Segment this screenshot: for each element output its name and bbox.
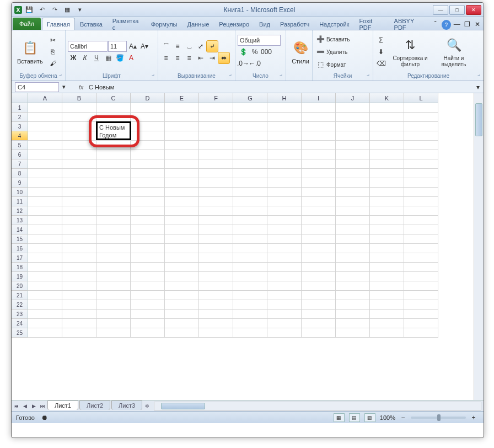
cell-J16[interactable] [336, 244, 370, 253]
cell-B8[interactable] [62, 169, 96, 178]
row-header-24[interactable]: 24 [12, 319, 28, 328]
cell-E7[interactable] [165, 159, 199, 169]
tab-insert[interactable]: Вставка [75, 18, 108, 30]
cell-I6[interactable] [302, 150, 336, 159]
cell-B7[interactable] [62, 159, 96, 169]
cell-K16[interactable] [370, 244, 404, 253]
cell-A12[interactable] [28, 206, 62, 216]
cell-E1[interactable] [165, 103, 199, 113]
cut-icon[interactable]: ✂ [47, 35, 58, 46]
cell-F11[interactable] [199, 197, 233, 206]
cell-B25[interactable] [62, 328, 96, 338]
cell-J4[interactable] [336, 131, 370, 141]
cell-J1[interactable] [336, 103, 370, 113]
cell-K17[interactable] [370, 253, 404, 263]
cell-B3[interactable] [62, 122, 96, 131]
namebox-dropdown-icon[interactable]: ▾ [62, 83, 66, 90]
cell-L9[interactable] [404, 178, 438, 188]
tab-review[interactable]: Рецензиро [214, 18, 254, 30]
cell-H25[interactable] [267, 328, 302, 338]
sheet-tab-1[interactable]: Лист1 [47, 401, 78, 410]
cell-I23[interactable] [302, 310, 336, 319]
maximize-button[interactable]: □ [449, 5, 465, 15]
cell-I25[interactable] [302, 328, 336, 338]
formula-input[interactable]: С Новым [85, 84, 472, 90]
autosum-icon[interactable]: Σ [375, 35, 386, 46]
help-icon[interactable]: ? [442, 20, 451, 30]
col-header-A[interactable]: A [28, 93, 62, 103]
cell-J9[interactable] [336, 178, 370, 188]
cell-I24[interactable] [302, 319, 336, 328]
cell-B16[interactable] [62, 244, 96, 253]
cell-F13[interactable] [199, 216, 233, 225]
doc-close[interactable]: ✕ [472, 19, 482, 30]
cell-B11[interactable] [62, 197, 96, 206]
cell-G14[interactable] [233, 225, 267, 234]
bold-button[interactable]: Ж [68, 52, 79, 63]
name-box[interactable]: C4 [15, 82, 59, 92]
view-layout-icon[interactable]: ▤ [349, 413, 360, 422]
tab-formulas[interactable]: Формулы [146, 18, 182, 30]
cell-E14[interactable] [165, 225, 199, 234]
cell-D8[interactable] [131, 169, 165, 178]
cell-A25[interactable] [28, 328, 62, 338]
cell-K8[interactable] [370, 169, 404, 178]
cell-E25[interactable] [165, 328, 199, 338]
cell-D24[interactable] [131, 319, 165, 328]
cell-F12[interactable] [199, 206, 233, 216]
qat-new[interactable]: ▦ [61, 4, 73, 15]
cell-F22[interactable] [199, 300, 233, 310]
tab-file[interactable]: Файл [13, 18, 41, 30]
cell-F8[interactable] [199, 169, 233, 178]
cell-C7[interactable] [96, 159, 131, 169]
cell-B18[interactable] [62, 263, 96, 272]
cell-A22[interactable] [28, 300, 62, 310]
cell-D12[interactable] [131, 206, 165, 216]
col-header-B[interactable]: B [62, 93, 96, 103]
cell-F20[interactable] [199, 281, 233, 291]
row-header-10[interactable]: 10 [12, 188, 28, 197]
row-header-9[interactable]: 9 [12, 178, 28, 188]
insert-cells-label[interactable]: Вставить [326, 36, 350, 42]
cell-C2[interactable] [96, 113, 131, 122]
col-header-J[interactable]: J [336, 93, 370, 103]
row-header-18[interactable]: 18 [12, 263, 28, 272]
cell-G7[interactable] [233, 159, 267, 169]
cell-H22[interactable] [267, 300, 302, 310]
cell-J13[interactable] [336, 216, 370, 225]
cell-J25[interactable] [336, 328, 370, 338]
cell-L14[interactable] [404, 225, 438, 234]
cell-L4[interactable] [404, 131, 438, 141]
wrap-text-button[interactable]: ⤶ [207, 41, 218, 52]
indent-inc-icon[interactable]: ⇥ [207, 52, 218, 63]
cell-L7[interactable] [404, 159, 438, 169]
cell-B9[interactable] [62, 178, 96, 188]
cell-H1[interactable] [267, 103, 302, 113]
cell-A5[interactable] [28, 141, 62, 150]
cell-J19[interactable] [336, 272, 370, 281]
cell-H2[interactable] [267, 113, 302, 122]
cell-J14[interactable] [336, 225, 370, 234]
zoom-in-icon[interactable]: + [468, 412, 479, 423]
close-button[interactable]: ✕ [466, 5, 481, 15]
cell-C11[interactable] [96, 197, 131, 206]
cell-I1[interactable] [302, 103, 336, 113]
cell-K24[interactable] [370, 319, 404, 328]
cell-B20[interactable] [62, 281, 96, 291]
cell-D9[interactable] [131, 178, 165, 188]
align-left-icon[interactable]: ≡ [160, 52, 171, 63]
cell-G24[interactable] [233, 319, 267, 328]
cell-B4[interactable] [62, 131, 96, 141]
cell-E12[interactable] [165, 206, 199, 216]
cell-C25[interactable] [96, 328, 131, 338]
cell-E5[interactable] [165, 141, 199, 150]
cell-I19[interactable] [302, 272, 336, 281]
qat-redo[interactable]: ↷ [49, 4, 61, 15]
fx-icon[interactable]: fx [77, 84, 85, 90]
cell-L20[interactable] [404, 281, 438, 291]
cell-C22[interactable] [96, 300, 131, 310]
minimize-button[interactable]: — [433, 5, 448, 15]
tab-home[interactable]: Главная [42, 18, 75, 30]
cell-D18[interactable] [131, 263, 165, 272]
tab-layout[interactable]: Разметка с [108, 18, 146, 30]
